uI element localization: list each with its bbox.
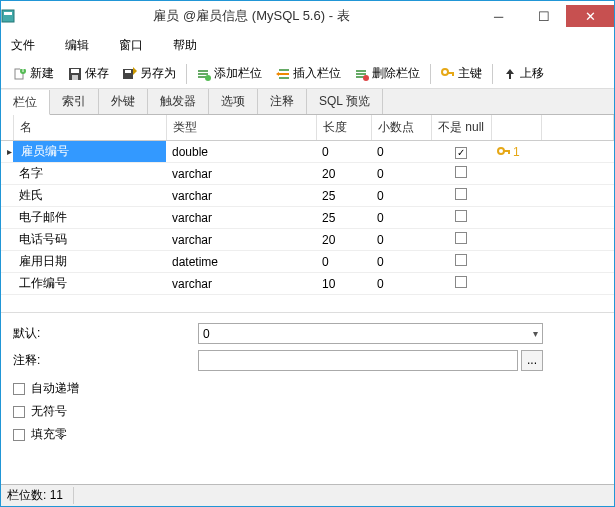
maximize-button[interactable]: ☐ [521,5,566,27]
menu-window[interactable]: 窗口 [115,35,147,56]
table-row[interactable]: 电子邮件varchar250 [1,207,614,229]
autoinc-checkbox[interactable] [13,383,25,395]
cell-length[interactable]: 25 [316,187,371,205]
chevron-down-icon: ▾ [533,328,538,339]
cell-type[interactable]: varchar [166,231,316,249]
cell-name[interactable]: 名字 [13,163,166,184]
cell-name[interactable]: 雇用日期 [13,251,166,272]
notnull-checkbox[interactable]: ✓ [455,147,467,159]
cell-type[interactable]: varchar [166,187,316,205]
cell-length[interactable]: 10 [316,275,371,293]
default-select[interactable]: 0 ▾ [198,323,543,344]
comment-browse-button[interactable]: ... [521,350,543,371]
col-decimals[interactable]: 小数点 [372,115,432,140]
cell-decimals[interactable]: 0 [371,275,431,293]
cell-type[interactable]: datetime [166,253,316,271]
addfield-label: 添加栏位 [214,65,262,82]
save-icon [68,67,82,81]
close-button[interactable]: ✕ [566,5,614,27]
cell-name[interactable]: 电子邮件 [13,207,166,228]
addfield-button[interactable]: 添加栏位 [191,63,268,84]
saveas-button[interactable]: 另存为 [117,63,182,84]
tab-indexes[interactable]: 索引 [50,89,99,114]
cell-decimals[interactable]: 0 [371,187,431,205]
moveup-button[interactable]: 上移 [497,63,550,84]
deletefield-icon [355,67,369,81]
notnull-checkbox[interactable] [455,188,467,200]
minimize-button[interactable]: ─ [476,5,521,27]
col-length[interactable]: 长度 [317,115,372,140]
unsigned-checkbox[interactable] [13,406,25,418]
notnull-checkbox[interactable] [455,276,467,288]
tab-options[interactable]: 选项 [209,89,258,114]
cell-length[interactable]: 20 [316,231,371,249]
app-icon [1,9,27,23]
cell-type[interactable]: varchar [166,209,316,227]
cell-key [491,194,541,198]
cell-length[interactable]: 0 [316,253,371,271]
grid-empty-row[interactable] [1,295,614,313]
insertfield-button[interactable]: 插入栏位 [270,63,347,84]
row-marker [1,216,13,220]
save-button[interactable]: 保存 [62,63,115,84]
cell-notnull[interactable]: ✓ [431,143,491,161]
cell-notnull[interactable] [431,186,491,205]
cell-notnull[interactable] [431,208,491,227]
menu-file[interactable]: 文件 [7,35,39,56]
tab-sqlpreview[interactable]: SQL 预览 [307,89,383,114]
new-button[interactable]: + 新建 [7,63,60,84]
menu-edit[interactable]: 编辑 [61,35,93,56]
cell-decimals[interactable]: 0 [371,143,431,161]
table-row[interactable]: ▸雇员编号double00✓1 [1,141,614,163]
col-notnull[interactable]: 不是 null [432,115,492,140]
cell-notnull[interactable] [431,164,491,183]
cell-type[interactable]: varchar [166,275,316,293]
cell-decimals[interactable]: 0 [371,231,431,249]
cell-name[interactable]: 电话号码 [13,229,166,250]
cell-length[interactable]: 0 [316,143,371,161]
cell-name[interactable]: 姓氏 [13,185,166,206]
table-row[interactable]: 姓氏varchar250 [1,185,614,207]
zerofill-checkbox[interactable] [13,429,25,441]
notnull-checkbox[interactable] [455,254,467,266]
col-name[interactable]: 名 [14,115,167,140]
autoinc-label: 自动递增 [31,380,79,397]
title-bar: 雇员 @雇员信息 (MySQL 5.6) - 表 ─ ☐ ✕ [1,1,614,31]
table-row[interactable]: 雇用日期datetime00 [1,251,614,273]
tab-foreignkeys[interactable]: 外键 [99,89,148,114]
row-marker [1,172,13,176]
deletefield-label: 删除栏位 [372,65,420,82]
comment-input[interactable] [198,350,518,371]
cell-decimals[interactable]: 0 [371,253,431,271]
menu-help[interactable]: 帮助 [169,35,201,56]
deletefield-button[interactable]: 删除栏位 [349,63,426,84]
notnull-checkbox[interactable] [455,210,467,222]
cell-name[interactable]: 雇员编号 [13,141,166,162]
table-row[interactable]: 电话号码varchar200 [1,229,614,251]
svg-rect-15 [279,73,289,75]
table-row[interactable]: 工作编号varchar100 [1,273,614,295]
cell-notnull[interactable] [431,274,491,293]
tab-triggers[interactable]: 触发器 [148,89,209,114]
cell-notnull[interactable] [431,252,491,271]
tab-comment[interactable]: 注释 [258,89,307,114]
primarykey-button[interactable]: 主键 [435,63,488,84]
separator [492,64,493,84]
col-type[interactable]: 类型 [167,115,317,140]
svg-point-20 [363,75,369,81]
notnull-checkbox[interactable] [455,166,467,178]
row-marker-header [1,115,14,140]
table-row[interactable]: 名字varchar200 [1,163,614,185]
cell-type[interactable]: double [166,143,316,161]
tab-fields[interactable]: 栏位 [1,90,50,115]
cell-decimals[interactable]: 0 [371,209,431,227]
cell-length[interactable]: 20 [316,165,371,183]
cell-name[interactable]: 工作编号 [13,273,166,294]
cell-notnull[interactable] [431,230,491,249]
cell-decimals[interactable]: 0 [371,165,431,183]
svg-rect-9 [125,70,131,73]
notnull-checkbox[interactable] [455,232,467,244]
saveas-label: 另存为 [140,65,176,82]
cell-length[interactable]: 25 [316,209,371,227]
cell-type[interactable]: varchar [166,165,316,183]
